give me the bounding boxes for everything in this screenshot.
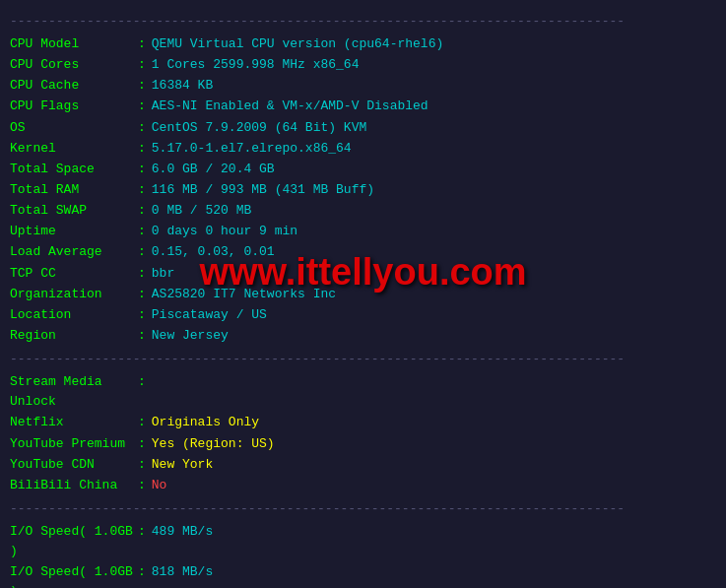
table-row: Total Space : 6.0 GB / 20.4 GB <box>10 160 716 179</box>
colon: : <box>138 476 146 495</box>
table-row: Netflix : Originals Only <box>10 413 716 432</box>
location-value: Piscataway / US <box>152 305 267 325</box>
table-row: Total SWAP : 0 MB / 520 MB <box>10 201 716 221</box>
system-info-section: CPU Model : QEMU Virtual CPU version (cp… <box>10 34 716 346</box>
table-row: CPU Model : QEMU Virtual CPU version (cp… <box>10 34 716 54</box>
stream-media-title: Stream Media Unlock : <box>10 372 716 412</box>
cpu-cores-label: CPU Cores <box>10 55 138 75</box>
netflix-value: Originals Only <box>152 413 259 432</box>
table-row: I/O Speed( 1.0GB ) : 818 MB/s <box>10 562 716 588</box>
kernel-label: Kernel <box>10 139 138 159</box>
colon: : <box>138 118 146 138</box>
uptime-label: Uptime <box>10 222 138 241</box>
watermark: www.ittellyou.com <box>199 251 526 294</box>
divider-2: ----------------------------------------… <box>10 501 716 516</box>
stream-media-label: Stream Media Unlock <box>10 372 138 412</box>
table-row: Location : Piscataway / US <box>10 305 716 325</box>
load-average-label: Load Average <box>10 242 138 262</box>
colon: : <box>138 34 146 54</box>
colon: : <box>138 97 146 116</box>
uptime-value: 0 days 0 hour 9 min <box>152 222 297 241</box>
os-label: OS <box>10 118 138 138</box>
tcp-cc-label: TCP CC <box>10 264 138 284</box>
colon: : <box>138 242 146 262</box>
cpu-cores-value: 1 Cores 2599.998 MHz x86_64 <box>152 55 360 75</box>
total-space-label: Total Space <box>10 160 138 179</box>
table-row: Total RAM : 116 MB / 993 MB (431 MB Buff… <box>10 180 716 200</box>
colon: : <box>138 562 146 588</box>
colon: : <box>138 160 146 179</box>
table-row: YouTube CDN : New York <box>10 455 716 475</box>
colon: : <box>138 372 146 412</box>
bilibili-label: BiliBili China <box>10 476 138 495</box>
youtube-cdn-value: New York <box>152 455 213 475</box>
table-row: CPU Cache : 16384 KB <box>10 76 716 96</box>
total-ram-value: 116 MB / 993 MB (431 MB Buff) <box>152 180 374 200</box>
colon: : <box>138 326 146 346</box>
youtube-premium-value: Yes (Region: US) <box>152 434 275 454</box>
top-divider: ----------------------------------------… <box>10 14 716 29</box>
table-row: Kernel : 5.17.0-1.el7.elrepo.x86_64 <box>10 139 716 159</box>
table-row: Region : New Jersey <box>10 326 716 346</box>
cpu-model-value: QEMU Virtual CPU version (cpu64-rhel6) <box>152 34 443 54</box>
colon: : <box>138 264 146 284</box>
organization-label: Organization <box>10 285 138 304</box>
cpu-flags-value: AES-NI Enabled & VM-x/AMD-V Disabled <box>152 97 429 116</box>
stream-media-section: Stream Media Unlock : Netflix : Original… <box>10 372 716 495</box>
table-row: Uptime : 0 days 0 hour 9 min <box>10 222 716 241</box>
total-swap-value: 0 MB / 520 MB <box>152 201 251 221</box>
kernel-value: 5.17.0-1.el7.elrepo.x86_64 <box>152 139 352 159</box>
total-ram-label: Total RAM <box>10 180 138 200</box>
io-speed-2-value: 818 MB/s <box>152 562 213 588</box>
table-row: OS : CentOS 7.9.2009 (64 Bit) KVM <box>10 118 716 138</box>
region-value: New Jersey <box>152 326 229 346</box>
colon: : <box>138 305 146 325</box>
cpu-cache-value: 16384 KB <box>152 76 213 96</box>
colon: : <box>138 139 146 159</box>
colon: : <box>138 55 146 75</box>
colon: : <box>138 522 146 561</box>
cpu-flags-label: CPU Flags <box>10 97 138 116</box>
colon: : <box>138 285 146 304</box>
tcp-cc-value: bbr <box>152 264 174 284</box>
colon: : <box>138 201 146 221</box>
io-speed-1-label: I/O Speed( 1.0GB ) <box>10 522 138 561</box>
bilibili-value: No <box>152 476 167 495</box>
table-row: I/O Speed( 1.0GB ) : 489 MB/s <box>10 522 716 561</box>
total-swap-label: Total SWAP <box>10 201 138 221</box>
colon: : <box>138 76 146 96</box>
io-speed-2-label: I/O Speed( 1.0GB ) <box>10 562 138 588</box>
colon: : <box>138 455 146 475</box>
region-label: Region <box>10 326 138 346</box>
table-row: BiliBili China : No <box>10 476 716 495</box>
table-row: CPU Cores : 1 Cores 2599.998 MHz x86_64 <box>10 55 716 75</box>
cpu-cache-label: CPU Cache <box>10 76 138 96</box>
os-value: CentOS 7.9.2009 (64 Bit) KVM <box>152 118 366 138</box>
youtube-premium-label: YouTube Premium <box>10 434 138 454</box>
io-speed-1-value: 489 MB/s <box>152 522 213 561</box>
location-label: Location <box>10 305 138 325</box>
youtube-cdn-label: YouTube CDN <box>10 455 138 475</box>
colon: : <box>138 413 146 432</box>
colon: : <box>138 434 146 454</box>
netflix-label: Netflix <box>10 413 138 432</box>
table-row: CPU Flags : AES-NI Enabled & VM-x/AMD-V … <box>10 97 716 116</box>
total-space-value: 6.0 GB / 20.4 GB <box>152 160 275 179</box>
io-speed-section: I/O Speed( 1.0GB ) : 489 MB/s I/O Speed(… <box>10 522 716 588</box>
colon: : <box>138 180 146 200</box>
divider-1: ----------------------------------------… <box>10 352 716 366</box>
cpu-model-label: CPU Model <box>10 34 138 54</box>
table-row: YouTube Premium : Yes (Region: US) <box>10 434 716 454</box>
colon: : <box>138 222 146 241</box>
